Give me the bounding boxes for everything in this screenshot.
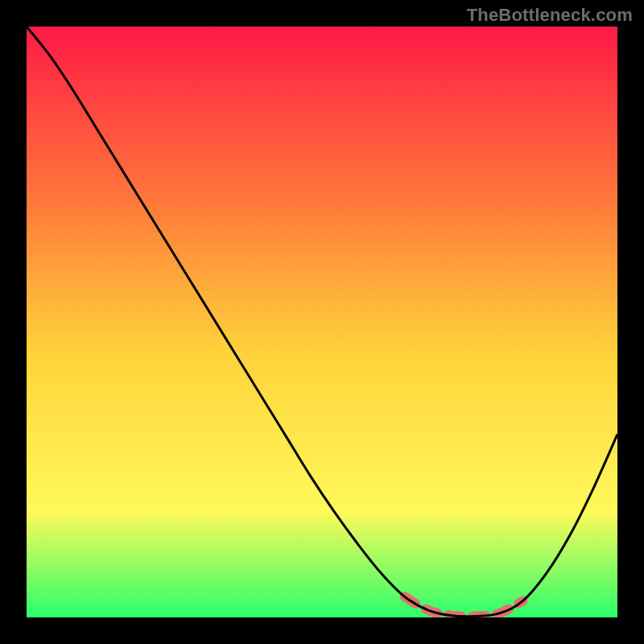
watermark-text: TheBottleneck.com [467,5,633,26]
plot-area [27,27,617,617]
gradient-background [27,27,617,617]
chart-frame: TheBottleneck.com [0,0,644,644]
chart-svg [27,27,617,617]
